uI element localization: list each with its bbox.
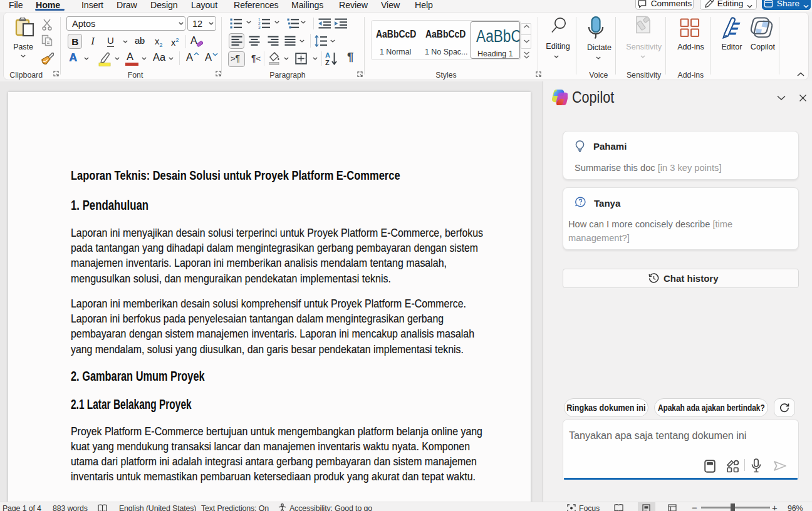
- svg-text:A: A: [325, 51, 330, 59]
- svg-text:3: 3: [258, 25, 261, 29]
- svg-text:Z: Z: [325, 59, 330, 66]
